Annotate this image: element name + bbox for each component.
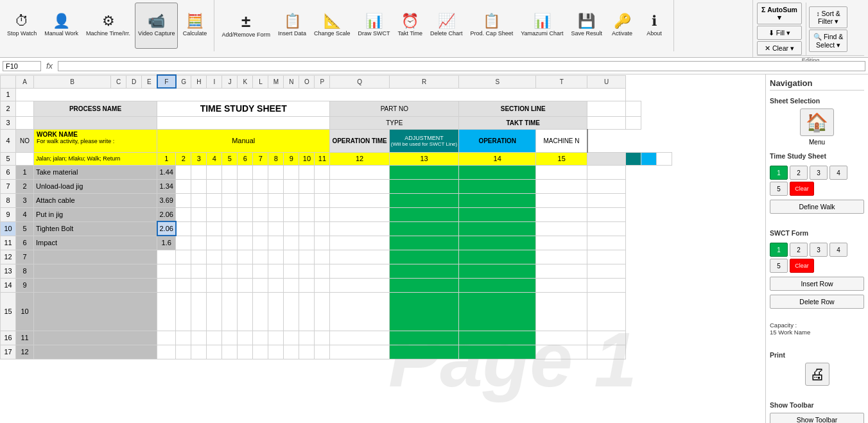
operation-time-cell[interactable]: OPERATION TIME [330,129,389,152]
formula-input[interactable] [58,61,865,71]
mach-5[interactable] [657,152,672,165]
row-header-4[interactable]: 4 [1,129,16,152]
row-header-6[interactable]: 6 [1,165,16,179]
delete-chart-button[interactable]: 📈 Delete Chart [427,3,466,49]
col-header-a[interactable]: A [16,75,34,88]
num-6[interactable]: 6 [238,152,253,165]
op-time-1[interactable] [389,165,458,179]
swct-num-5[interactable]: 5 [770,259,788,273]
prod-cap-button[interactable]: 📋 Prod. Cap Sheet [467,3,517,49]
walk-activities-cell[interactable]: Jalan; jalan; Mlaku; Walk; Return [34,152,157,165]
cell-a5[interactable] [16,152,34,165]
work-5[interactable]: Tighten Bolt [34,221,157,236]
col-header-d[interactable]: D [126,75,142,88]
col-header-g[interactable]: G [176,75,191,88]
fill-button[interactable]: ⬇ Fill ▾ [757,26,802,40]
activate-button[interactable]: 🔑 Activate [607,3,638,49]
col-header-p[interactable]: P [315,75,330,88]
op-time-5[interactable] [587,152,626,165]
work-1[interactable]: Take material [34,165,157,179]
op-1[interactable] [536,165,587,179]
cell-f3[interactable] [157,116,330,129]
calculate-button[interactable]: 🧮 Calculate [179,3,210,49]
num-7[interactable]: 7 [253,152,268,165]
row-header-8[interactable]: 8 [1,193,16,207]
cell-u3[interactable] [626,116,641,129]
machine-time-button[interactable]: ⚙ Machine Time/Irr. [83,3,134,49]
save-result-button[interactable]: 💾 Save Result [568,3,606,49]
num-5[interactable]: 5 [222,152,238,165]
no-1[interactable]: 1 [16,165,34,179]
add-remove-button[interactable]: ± Add/Remove Form [218,3,273,49]
define-walk-button[interactable]: Define Walk [770,200,864,214]
op-5[interactable] [641,152,657,165]
col-header-o[interactable]: O [299,75,315,88]
work-6[interactable]: Impact [34,236,157,250]
takt-time-cell[interactable]: TAKT TIME [459,116,587,129]
change-scale-button[interactable]: 📐 Change Scale [311,3,354,49]
printer-icon[interactable]: 🖨 [805,363,829,386]
show-toolbar-button[interactable]: Show Toolbar [770,413,864,423]
col-header-e[interactable]: E [142,75,157,88]
sheet-num-5[interactable]: 5 [770,182,788,196]
operation-cell[interactable]: OPERATION [459,129,536,152]
find-select-button[interactable]: 🔍 Find &Select ▾ [809,30,847,52]
stop-watch-button[interactable]: ⏱ Stop Watch [4,3,40,49]
row-header-9[interactable]: 9 [1,207,16,221]
col-header-r[interactable]: R [389,75,458,88]
col-header-u[interactable]: U [587,75,626,88]
insert-row-button[interactable]: Insert Row [770,277,864,291]
col-header-c[interactable]: C [111,75,126,88]
cell-t2[interactable] [587,101,626,116]
work-name-block[interactable]: WORK NAME For walk activity, please writ… [34,129,157,152]
time-3[interactable]: 3.69 [157,193,176,207]
num-11[interactable]: 11 [315,152,330,165]
row-header-16[interactable]: 16 [1,331,16,345]
adjustment-cell[interactable]: ADJUSTMENT (Will be used for SWCT Line) [389,129,458,152]
cell-b3[interactable] [34,116,157,129]
swct-num-1[interactable]: 1 [770,243,788,257]
time-5-selected[interactable]: 2.06 [157,221,176,236]
no-5[interactable]: 5 [16,221,34,236]
work-3[interactable]: Attach cable [34,193,157,207]
swct-num-4[interactable]: 4 [829,243,847,257]
col-header-l[interactable]: L [253,75,268,88]
draw-swct-button[interactable]: 📊 Draw SWCT [355,3,394,49]
num-12[interactable]: 12 [330,152,389,165]
num-14[interactable]: 14 [459,152,536,165]
col-header-h[interactable]: H [191,75,207,88]
work-4[interactable]: Put in jig [34,207,157,221]
process-name-cell[interactable]: PROCESS NAME [34,101,157,116]
insert-data-button[interactable]: 📋 Insert Data [275,3,309,49]
about-button[interactable]: ℹ About [639,3,670,49]
col-header-k[interactable]: K [238,75,253,88]
yamazumi-button[interactable]: 📊 Yamazumi Chart [517,3,566,49]
sheet-num-4[interactable]: 4 [829,166,847,180]
sheet-num-3[interactable]: 3 [810,166,828,180]
time-2[interactable]: 1.34 [157,179,176,193]
row-header-12[interactable]: 12 [1,250,16,264]
adj-1[interactable] [459,165,536,179]
type-cell[interactable]: TYPE [330,116,459,129]
no-4[interactable]: 4 [16,207,34,221]
row-header-1[interactable]: 1 [1,88,16,101]
num-8[interactable]: 8 [268,152,284,165]
adj-5[interactable] [626,152,641,165]
num-1[interactable]: 1 [157,152,176,165]
cell-u2[interactable] [626,101,641,116]
row-header-2[interactable]: 2 [1,101,16,116]
sheet-num-2[interactable]: 2 [790,166,808,180]
row-header-3[interactable]: 3 [1,116,16,129]
manual-label-cell[interactable]: Manual [157,129,330,152]
row-header-13[interactable]: 13 [1,264,16,278]
time-study-sheet-cell[interactable]: TIME STUDY SHEET [157,101,330,116]
row-header-15[interactable]: 15 [1,292,16,331]
sheet-clear-button[interactable]: Clear [790,182,814,196]
sort-filter-button[interactable]: ↕ Sort &Filter ▾ [809,6,847,28]
mach-1[interactable] [587,165,626,179]
swct-num-3[interactable]: 3 [810,243,828,257]
col-header-b[interactable]: B [34,75,111,88]
sheet-num-1[interactable]: 1 [770,166,788,180]
time-4[interactable]: 2.06 [157,207,176,221]
spreadsheet-area[interactable]: Page 1 A B C D E F G H I J K L M [0,74,765,423]
